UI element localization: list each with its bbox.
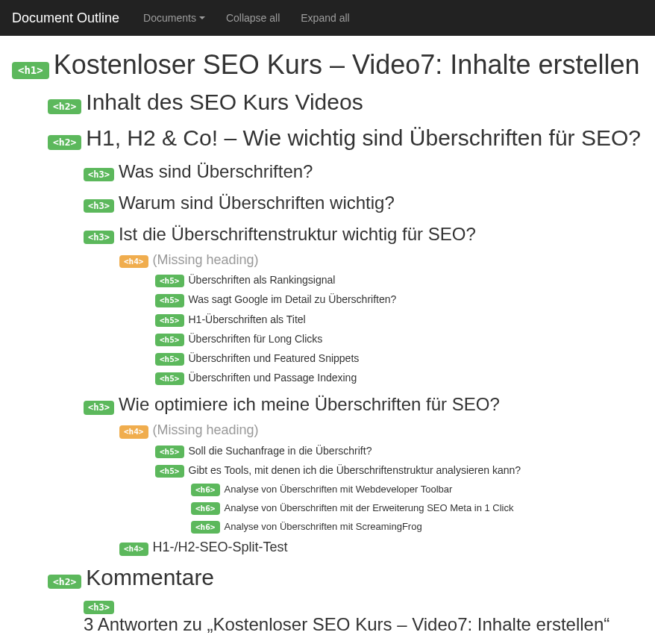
outline-item[interactable]: <h3>3 Antworten zu „Kostenloser SEO Kurs…	[12, 596, 643, 638]
heading-text: Gibt es Tools, mit denen ich die Übersch…	[189, 464, 521, 476]
heading-text: Analyse von Überschriften mit der Erweit…	[225, 502, 514, 513]
navbar: Document Outline Documents Collapse all …	[0, 0, 655, 36]
caret-down-icon	[199, 16, 205, 19]
heading-tag-badge: <h1>	[12, 62, 49, 79]
outline-item[interactable]: <h5>Überschriften und Featured Snippets	[12, 351, 643, 367]
heading-tag-badge: <h6>	[191, 502, 220, 515]
heading-text: Überschriften für Long Clicks	[189, 333, 323, 345]
outline-item[interactable]: <h5>Überschriften für Long Clicks	[12, 331, 643, 348]
heading-text: Ist die Überschriftenstruktur wichtig fü…	[119, 224, 476, 245]
heading-text: Was sind Überschriften?	[119, 161, 313, 182]
outline-item[interactable]: <h4>(Missing heading)	[12, 421, 643, 440]
heading-text: Soll die Suchanfrage in die Überschrift?	[189, 445, 372, 457]
heading-text: H1-/H2-SEO-Split-Test	[153, 540, 288, 555]
heading-tag-badge: <h5>	[155, 314, 184, 327]
heading-tag-badge: <h2>	[48, 99, 81, 114]
heading-text: H1, H2 & Co! – Wie wichtig sind Überschr…	[86, 125, 641, 151]
heading-tag-badge: <h3>	[84, 199, 114, 213]
heading-tag-badge: <h5>	[155, 334, 184, 346]
outline-item[interactable]: <h3>Warum sind Überschriften wichtig?	[12, 188, 643, 216]
outline-item[interactable]: <h5>Gibt es Tools, mit denen ich die Übe…	[12, 463, 643, 479]
outline-item[interactable]: <h6>Analyse von Überschriften mit Scream…	[12, 519, 643, 535]
heading-tag-badge: <h3>	[84, 168, 114, 181]
outline-item[interactable]: <h4>(Missing heading)	[12, 251, 643, 269]
heading-tag-badge: <h5>	[155, 353, 184, 366]
heading-text: Kommentare	[86, 565, 214, 590]
heading-text: Analyse von Überschriften mit ScreamingF…	[225, 521, 422, 532]
heading-tag-badge: <h4>	[119, 425, 148, 438]
outline-item[interactable]: <h3>Wie optimiere ich meine Überschrifte…	[12, 390, 643, 418]
heading-text: Wie optimiere ich meine Überschriften fü…	[119, 394, 500, 415]
outline-item[interactable]: <h3>Ist die Überschriftenstruktur wichti…	[12, 219, 643, 248]
heading-text: Was sagt Google im Detail zu Überschrift…	[189, 293, 397, 305]
heading-tag-badge: <h6>	[191, 521, 220, 534]
heading-tag-badge: <h6>	[191, 484, 220, 496]
outline-tree: <h1>Kostenloser SEO Kurs – Video7: Inhal…	[0, 36, 655, 644]
heading-text: (Missing heading)	[153, 422, 259, 438]
heading-text: H1-Überschriften als Titel	[189, 313, 306, 325]
heading-text: Inhalt des SEO Kurs Videos	[86, 90, 363, 115]
heading-tag-badge: <h5>	[155, 372, 184, 385]
heading-text: 3 Antworten zu „Kostenloser SEO Kurs – V…	[84, 614, 609, 635]
outline-item[interactable]: <h2>H1, H2 & Co! – Wie wichtig sind Über…	[12, 121, 643, 154]
heading-text: Überschriften und Passage Indexing	[189, 372, 357, 384]
outline-item[interactable]: <h5>Soll die Suchanfrage in die Überschr…	[12, 443, 643, 460]
outline-item[interactable]: <h2>Inhalt des SEO Kurs Videos	[12, 85, 643, 118]
heading-tag-badge: <h2>	[48, 135, 81, 150]
heading-tag-badge: <h4>	[119, 255, 148, 268]
outline-item[interactable]: <h5>Was sagt Google im Detail zu Übersch…	[12, 292, 643, 308]
heading-text: Überschriften als Rankingsignal	[189, 274, 336, 286]
outline-item[interactable]: <h4>H1-/H2-SEO-Split-Test	[12, 538, 643, 557]
heading-text: Überschriften und Featured Snippets	[189, 352, 360, 364]
outline-item[interactable]: <h2>Kommentare	[12, 560, 643, 593]
outline-item[interactable]: <h5>H1-Überschriften als Titel	[12, 312, 643, 328]
outline-item[interactable]: <h6>Analyse von Überschriften mit Webdev…	[12, 482, 643, 498]
outline-item[interactable]: <h3>Was sind Überschriften?	[12, 157, 643, 185]
heading-tag-badge: <h4>	[119, 543, 148, 555]
outline-item[interactable]: <h5>Überschriften und Passage Indexing	[12, 370, 643, 387]
heading-text: Warum sind Überschriften wichtig?	[119, 193, 395, 213]
outline-item[interactable]: <h5>Überschriften als Rankingsignal	[12, 272, 643, 289]
heading-tag-badge: <h3>	[84, 601, 114, 614]
nav-documents-label: Documents	[143, 12, 196, 24]
outline-item[interactable]: <h6>Analyse von Überschriften mit der Er…	[12, 501, 643, 516]
heading-tag-badge: <h5>	[155, 465, 184, 478]
nav-documents[interactable]: Documents	[133, 12, 216, 24]
brand: Document Outline	[12, 10, 119, 26]
heading-text: Kostenloser SEO Kurs – Video7: Inhalte e…	[54, 49, 640, 81]
heading-tag-badge: <h5>	[155, 446, 184, 458]
heading-text: (Missing heading)	[153, 252, 259, 268]
heading-tag-badge: <h5>	[155, 275, 184, 287]
heading-tag-badge: <h3>	[84, 231, 114, 244]
nav-collapse-all[interactable]: Collapse all	[216, 12, 290, 24]
heading-tag-badge: <h3>	[84, 401, 114, 414]
heading-text: Analyse von Überschriften mit Webdevelop…	[225, 484, 453, 495]
heading-tag-badge: <h2>	[48, 575, 81, 590]
heading-tag-badge: <h5>	[155, 294, 184, 307]
nav-expand-all[interactable]: Expand all	[290, 12, 360, 24]
outline-item[interactable]: <h1>Kostenloser SEO Kurs – Video7: Inhal…	[12, 48, 643, 82]
